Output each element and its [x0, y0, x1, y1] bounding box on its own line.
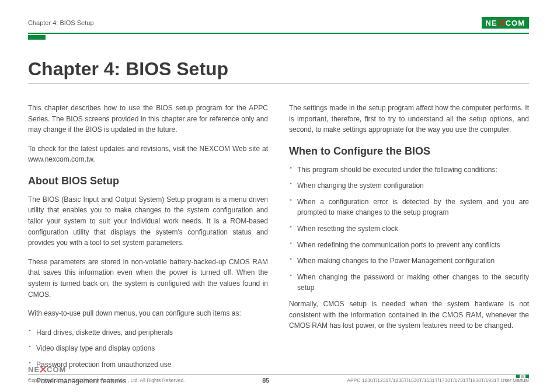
footer-logo-left: NE	[28, 365, 40, 374]
footer-logo: NE COM	[28, 365, 66, 374]
about-heading: About BIOS Setup	[28, 173, 268, 190]
list-item: When a configuration error is detected b…	[289, 197, 529, 218]
logo-right: COM	[506, 19, 525, 27]
list-item: When making changes to the Power Managem…	[289, 256, 529, 267]
footer-manual: APPC 1230T/1231T/1235T/1530T/1531T/1730T…	[347, 377, 529, 383]
when-heading: When to Configure the BIOS	[289, 144, 529, 160]
brand-logo: NE COM	[482, 17, 529, 29]
list-item: When changing the system configuration	[289, 180, 529, 191]
header-chapter: Chapter 4: BIOS Setup	[28, 19, 94, 26]
left-column: This chapter describes how to use the BI…	[28, 103, 268, 391]
about-paragraph-1: The BIOS (Basic Input and Output System)…	[28, 194, 268, 249]
page-number: 85	[262, 377, 269, 384]
list-item: This program should be executed under th…	[289, 164, 529, 176]
right-top-paragraph: The settings made in the setup program a…	[289, 103, 529, 135]
when-list: This program should be executed under th…	[289, 164, 529, 293]
list-item: When changing the password or making oth…	[289, 272, 529, 293]
about-paragraph-2: These parameters are stored in non-volat…	[28, 257, 268, 300]
page-title: Chapter 4: BIOS Setup	[28, 58, 529, 80]
logo-x-icon	[497, 19, 506, 27]
intro-paragraph-1: This chapter describes how to use the BI…	[28, 103, 268, 135]
right-column: The settings made in the setup program a…	[289, 103, 529, 391]
list-item: When resetting the system clock	[289, 223, 529, 235]
page-footer: NE COM Copyright © 2012 NEXCOM Internati…	[28, 364, 529, 384]
footer-rule	[28, 374, 529, 375]
closing-paragraph: Normally, CMOS setup is needed when the …	[289, 299, 529, 331]
logo-left: NE	[486, 19, 497, 27]
about-paragraph-3: With easy-to-use pull down menus, you ca…	[28, 308, 268, 319]
intro-paragraph-2: To check for the latest updates and revi…	[28, 144, 268, 165]
list-item: Hard drives, diskette drives, and periph…	[28, 327, 268, 338]
footer-squares-icon	[516, 374, 529, 378]
footer-x-icon	[40, 366, 47, 373]
footer-logo-right: COM	[47, 365, 66, 374]
header-rule	[28, 33, 529, 34]
list-item: Video display type and display options	[28, 343, 268, 354]
footer-copyright: Copyright © 2012 NEXCOM International Co…	[28, 377, 184, 383]
title-rule	[28, 83, 529, 84]
list-item: When redefining the communication ports …	[289, 240, 529, 251]
